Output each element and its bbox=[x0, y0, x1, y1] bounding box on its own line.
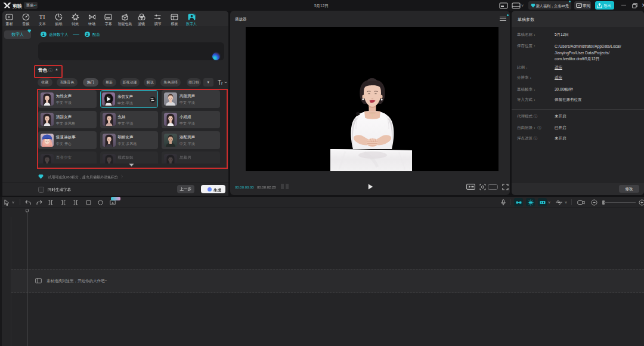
svg-text:TI: TI bbox=[39, 13, 46, 20]
svg-text:r: r bbox=[221, 81, 223, 85]
